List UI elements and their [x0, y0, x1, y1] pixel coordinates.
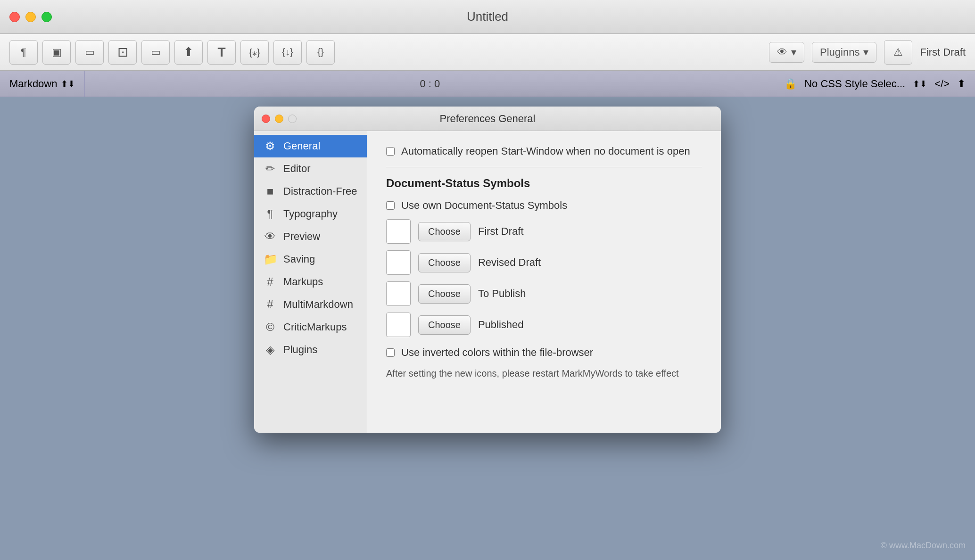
restart-notice: After setting the new icons, please rest…	[386, 368, 702, 379]
status-left: Markdown ⬆⬇	[0, 71, 85, 97]
use-own-symbols-checkbox[interactable]	[386, 201, 395, 210]
eye-icon: 👁	[777, 46, 787, 58]
gear-icon: ⚙	[264, 140, 277, 153]
sidebar-label-multimarkdown: MultiMarkdown	[283, 298, 353, 311]
copyright-icon: ©	[264, 321, 277, 334]
prefs-sidebar: ⚙ General ✏ Editor ■ Distraction-Free ¶ …	[254, 131, 367, 433]
doc-status-title: Document-Status Symbols	[386, 177, 702, 190]
sidebar-label-saving: Saving	[283, 253, 315, 265]
square-icon: ■	[264, 185, 277, 198]
square-button[interactable]: ▣	[42, 40, 71, 65]
pilcrow-button[interactable]: ¶	[9, 40, 38, 65]
inverted-colors-row: Use inverted colors within the file-brow…	[386, 346, 702, 359]
typography-button[interactable]: T	[207, 40, 236, 65]
warning-icon[interactable]: ⚠	[884, 40, 912, 65]
prefs-maximize-button[interactable]	[288, 115, 297, 123]
sidebar-label-typography: Typography	[283, 208, 338, 220]
hash-icon: #	[264, 275, 277, 288]
minimize-button[interactable]	[25, 12, 36, 22]
to-publish-choose-button[interactable]: Choose	[418, 284, 471, 304]
css-chevron: ⬆⬇	[913, 79, 927, 89]
preferences-dialog: Preferences General ⚙ General ✏ Editor ■…	[254, 107, 721, 433]
sidebar-item-multimarkdown[interactable]: # MultiMarkdown	[254, 293, 367, 316]
inverted-colors-label: Use inverted colors within the file-brow…	[401, 346, 593, 359]
code-button[interactable]: </>	[934, 78, 950, 90]
markdown-chevron: ⬆⬇	[61, 79, 75, 89]
published-choose-button[interactable]: Choose	[418, 315, 471, 335]
sidebar-label-plugins: Plugins	[283, 344, 317, 356]
auto-reopen-row: Automatically reopen Start-Window when n…	[386, 145, 702, 157]
hash2-icon: #	[264, 298, 277, 311]
sidebar-item-criticmarkups[interactable]: © CriticMarkups	[254, 316, 367, 338]
revised-draft-row: Choose Revised Draft	[386, 250, 702, 275]
lock-icon: 🔒	[784, 78, 797, 90]
window-title: Untitled	[467, 9, 508, 24]
sidebar-item-plugins[interactable]: ◈ Plugins	[254, 338, 367, 361]
braces3-button[interactable]: {}	[306, 40, 335, 65]
draft-label: First Draft	[920, 46, 966, 58]
revised-draft-choose-button[interactable]: Choose	[418, 253, 471, 272]
prefs-titlebar: Preferences General	[254, 107, 721, 131]
folder-icon: 📁	[264, 253, 277, 266]
sidebar-item-markups[interactable]: # Markups	[254, 271, 367, 293]
prefs-body: ⚙ General ✏ Editor ■ Distraction-Free ¶ …	[254, 131, 721, 433]
plugins-label: Pluginns	[820, 46, 859, 58]
inverted-colors-checkbox[interactable]	[386, 348, 395, 357]
first-draft-label: First Draft	[478, 225, 524, 238]
published-icon-preview	[386, 313, 411, 337]
sidebar-item-preview[interactable]: 👁 Preview	[254, 225, 367, 248]
divider-1	[386, 167, 702, 167]
columns-button[interactable]: ⊡	[108, 40, 137, 65]
to-publish-label: To Publish	[478, 288, 526, 300]
plugins-button[interactable]: Pluginns ▾	[812, 42, 876, 63]
revised-draft-icon-preview	[386, 250, 411, 275]
sidebar-label-editor: Editor	[283, 163, 310, 175]
use-own-symbols-row: Use own Document-Status Symbols	[386, 199, 702, 212]
first-draft-choose-button[interactable]: Choose	[418, 222, 471, 241]
prefs-close-button[interactable]	[262, 115, 270, 123]
markdown-selector[interactable]: Markdown	[9, 78, 57, 90]
use-own-symbols-label: Use own Document-Status Symbols	[401, 199, 567, 212]
doc-status-section: Document-Status Symbols Use own Document…	[386, 177, 702, 379]
eye-chevron: ▾	[791, 46, 796, 58]
toolbar: ¶ ▣ ▭ ⊡ ▭ ⬆ T {⁎} {↓} {} 👁 ▾ Pluginns ▾ …	[0, 34, 975, 71]
main-area: Preferences General ⚙ General ✏ Editor ■…	[0, 97, 975, 560]
watermark: © www.MacDown.com	[881, 541, 966, 551]
to-publish-icon-preview	[386, 281, 411, 306]
close-button[interactable]	[9, 12, 20, 22]
braces2-button[interactable]: {↓}	[273, 40, 302, 65]
sidebar-item-typography[interactable]: ¶ Typography	[254, 203, 367, 225]
sidebar-left-button[interactable]: ▭	[75, 40, 104, 65]
preview-button[interactable]: 👁 ▾	[769, 42, 804, 63]
prefs-minimize-button[interactable]	[275, 115, 283, 123]
sidebar-label-criticmarkups: CriticMarkups	[283, 321, 347, 333]
sidebar-item-distraction-free[interactable]: ■ Distraction-Free	[254, 180, 367, 203]
sidebar-label-preview: Preview	[283, 231, 320, 243]
status-right: 🔒 No CSS Style Selec... ⬆⬇ </> ⬆	[775, 78, 975, 90]
titlebar: Untitled	[0, 0, 975, 34]
sidebar-item-general[interactable]: ⚙ General	[254, 135, 367, 157]
prefs-title: Preferences General	[440, 113, 536, 125]
plugins-chevron: ▾	[863, 46, 868, 58]
braces1-button[interactable]: {⁎}	[240, 40, 269, 65]
sidebar-label-markups: Markups	[283, 276, 323, 288]
sidebar-item-saving[interactable]: 📁 Saving	[254, 248, 367, 271]
sidebar-label-general: General	[283, 140, 320, 152]
cube-icon: ◈	[264, 343, 277, 356]
share-status-button[interactable]: ⬆	[957, 78, 966, 90]
sidebar-item-editor[interactable]: ✏ Editor	[254, 157, 367, 180]
published-row: Choose Published	[386, 313, 702, 337]
paragraph-icon: ¶	[264, 207, 277, 221]
css-selector[interactable]: No CSS Style Selec...	[804, 78, 905, 90]
auto-reopen-checkbox[interactable]	[386, 147, 395, 156]
prefs-traffic-lights	[262, 115, 297, 123]
auto-reopen-label: Automatically reopen Start-Window when n…	[401, 145, 690, 157]
share-button[interactable]: ⬆	[174, 40, 203, 65]
maximize-button[interactable]	[41, 12, 52, 22]
sidebar-label-distraction-free: Distraction-Free	[283, 185, 357, 198]
to-publish-row: Choose To Publish	[386, 281, 702, 306]
cursor-position: 0 : 0	[85, 78, 775, 90]
traffic-lights	[9, 12, 52, 22]
sidebar-right-button[interactable]: ▭	[141, 40, 170, 65]
published-label: Published	[478, 319, 524, 331]
